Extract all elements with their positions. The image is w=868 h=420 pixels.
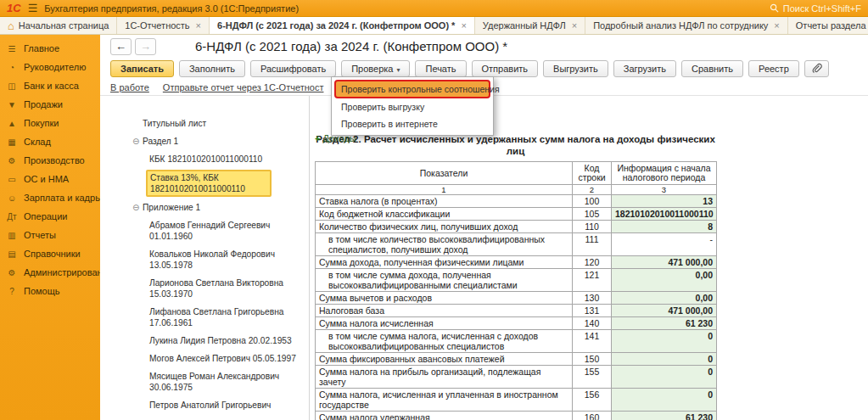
toolbar-button-label: Отправить — [482, 64, 529, 74]
menu-item[interactable]: Проверить контрольные соотношения — [334, 80, 490, 98]
row-indicator: в том числе сумма дохода, полученная выс… — [316, 269, 573, 292]
table-row: Сумма налога удержанная 160 61 230 — [316, 412, 717, 420]
row-indicator: Сумма дохода, полученная физическими лиц… — [316, 256, 573, 269]
tab[interactable]: ⌂ Удержанный НДФЛ × — [475, 17, 585, 34]
toolbar-button[interactable]: Реестр▾ — [748, 60, 799, 77]
forward-button[interactable]: → — [135, 38, 156, 55]
row-value[interactable]: 0 — [612, 366, 717, 389]
sidebar-item[interactable]: ☰ Главное — [0, 39, 100, 58]
tree-node[interactable]: ⊖ Раздел 1 — [132, 136, 307, 147]
tab[interactable]: ⌂ Отчеты раздела "Зарплата" × — [788, 17, 868, 34]
tree-node[interactable]: ⊖ Петров Анатолий Григорьевич — [132, 400, 307, 411]
sidebar-item[interactable]: ▲ Покупки — [0, 114, 100, 132]
tree-node[interactable]: ⊖ Лифанова Светлана Григорьевна 17.06.19… — [132, 306, 307, 328]
main-menu-icon[interactable]: ☰ — [28, 2, 38, 14]
toolbar-button[interactable]: Отправить▾ — [472, 60, 539, 77]
col-number: 3 — [612, 185, 717, 195]
tree-node[interactable]: ⊖ Абрамов Геннадий Сергеевич 01.01.1960 — [132, 220, 307, 242]
purchases-icon: ▲ — [6, 119, 18, 128]
tree-node[interactable]: ⊖ КБК 18210102010011000110 — [132, 154, 307, 165]
tree-node[interactable]: ⊖ Ковальков Николай Федорович 13.05.1978 — [132, 249, 307, 271]
tree-node[interactable]: ⊖ Мясищев Роман Александрович 30.06.1975 — [132, 371, 307, 393]
collapse-icon[interactable]: ⊖ — [132, 202, 139, 213]
report-status-link[interactable]: В работе — [110, 82, 149, 92]
row-indicator: в том числе сумма налога, исчисленная с … — [316, 330, 573, 353]
menu-item[interactable]: Проверить в интернете — [334, 115, 490, 132]
row-value[interactable]: 13 — [612, 195, 717, 208]
sidebar-item[interactable]: ▤ Справочники — [0, 244, 100, 263]
tree-node[interactable]: ⊖ Лукина Лидия Петровна 20.02.1953 — [132, 335, 307, 346]
sidebar-item[interactable]: ▭ ОС и НМА — [0, 170, 100, 188]
sidebar-item[interactable]: ☺ Зарплата и кадры — [0, 188, 100, 207]
tab-close-icon[interactable]: × — [196, 20, 201, 31]
row-code: 120 — [573, 256, 612, 269]
row-value[interactable]: 0 — [612, 330, 717, 353]
row-value[interactable]: 8 — [612, 221, 717, 233]
title-bar: 1С ☰ Бухгалтерия предприятия, редакция 3… — [0, 0, 868, 17]
sidebar-item[interactable]: Дт Операции — [0, 207, 100, 226]
row-indicator: Ставка налога (в процентах) — [316, 195, 573, 208]
sidebar-item[interactable]: ? Помощь — [0, 282, 100, 300]
toolbar-button[interactable]: Сравнить▾ — [681, 60, 743, 77]
toolbar-button[interactable]: Загрузить▾ — [613, 60, 676, 77]
row-value[interactable]: 471 000,00 — [612, 305, 717, 317]
collapse-icon[interactable]: ⊖ — [132, 136, 139, 147]
tab[interactable]: ⌂ Начальная страница × — [0, 17, 117, 34]
row-value[interactable]: 0,00 — [612, 292, 717, 305]
reports-icon: ▥ — [6, 231, 18, 240]
toolbar-button[interactable]: Выгрузить▾ — [543, 60, 608, 77]
toolbar-button[interactable]: Записать▾ — [110, 60, 174, 77]
menu-item-label: Проверить выгрузку — [341, 102, 424, 112]
row-code: 111 — [573, 233, 612, 256]
row-value[interactable]: 0 — [612, 353, 717, 366]
toolbar-button-label: Печать — [425, 64, 456, 74]
tree-node[interactable]: ⊖ Ларионова Светлана Викторовна 15.03.19… — [132, 277, 307, 300]
row-value[interactable]: 18210102010011000110 — [612, 208, 717, 221]
toolbar-button[interactable]: Заполнить▾ — [179, 60, 245, 77]
attach-button[interactable] — [804, 60, 829, 77]
sidebar-item[interactable]: ▼ Продажи — [0, 95, 100, 114]
toolbar-button[interactable]: Проверка▾ — [341, 60, 410, 77]
table-row: Налоговая база 131 471 000,00 — [316, 305, 717, 317]
tab-close-icon[interactable]: × — [572, 20, 577, 31]
sales-icon: ▼ — [6, 100, 18, 109]
sidebar-item[interactable]: ▦ Склад — [0, 132, 100, 151]
row-indicator: Сумма налога удержанная — [316, 412, 573, 420]
tab-close-icon[interactable]: × — [461, 20, 466, 31]
row-value[interactable]: - — [612, 233, 717, 256]
row-code: 141 — [573, 330, 612, 353]
tree-node-label: Мясищев Роман Александрович 30.06.1975 — [149, 372, 279, 392]
tree-node[interactable]: ⊖ Ставка 13%, КБК 18210102010011000110 — [132, 171, 307, 195]
back-button[interactable]: ← — [110, 38, 132, 55]
tree-node[interactable]: ⊖ Могов Алексей Петрович 05.05.1997 — [132, 353, 307, 364]
row-value[interactable]: 61 230 — [612, 317, 717, 330]
tab-close-icon[interactable]: × — [774, 20, 779, 31]
sidebar-item[interactable]: ⚙ Производство — [0, 151, 100, 170]
sidebar-item[interactable]: ◔ Руководителю — [0, 58, 100, 76]
toolbar-button[interactable]: Печать▾ — [415, 60, 466, 77]
row-value[interactable]: 471 000,00 — [612, 256, 717, 269]
window-title: Бухгалтерия предприятия, редакция 3.0 (1… — [44, 3, 299, 14]
row-value[interactable]: 0,00 — [612, 269, 717, 292]
send-report-link[interactable]: Отправьте отчет через 1С-Отчетност — [163, 82, 324, 92]
tree-node[interactable]: ⊖ Приложение 1 — [132, 202, 307, 213]
row-code: 121 — [573, 269, 612, 292]
menu-item[interactable]: Проверить выгрузку — [334, 98, 490, 115]
sidebar-item[interactable]: ▥ Отчеты — [0, 226, 100, 244]
tab[interactable]: ⌂ Подробный анализ НДФЛ по сотруднику × — [585, 17, 788, 34]
global-search[interactable]: Поиск Ctrl+Shift+F — [770, 3, 861, 14]
sidebar-item-label: Покупки — [24, 118, 59, 128]
tree-node[interactable]: ⊖ Титульный лист — [132, 118, 307, 129]
toolbar-button-label: Записать — [120, 64, 164, 74]
row-value[interactable]: 0 — [612, 389, 717, 412]
sidebar-item[interactable]: ◫ Банк и касса — [0, 76, 100, 95]
row-value[interactable]: 61 230 — [612, 412, 717, 420]
tab[interactable]: ⌂ 1С-Отчетность × — [117, 17, 210, 34]
sidebar-item-label: Зарплата и кадры — [24, 193, 102, 203]
tab[interactable]: ⌂ 6-НДФЛ (с 2021 года) за 2024 г. (Конфе… — [210, 17, 475, 34]
sidebar-item[interactable]: ⚙ Администрирование — [0, 263, 100, 282]
toolbar-button-label: Сравнить — [692, 64, 733, 74]
toolbar-button[interactable]: Расшифровать▾ — [250, 60, 336, 77]
row-code: 100 — [573, 195, 612, 208]
row-indicator: Количество физических лиц, получивших до… — [316, 221, 573, 233]
